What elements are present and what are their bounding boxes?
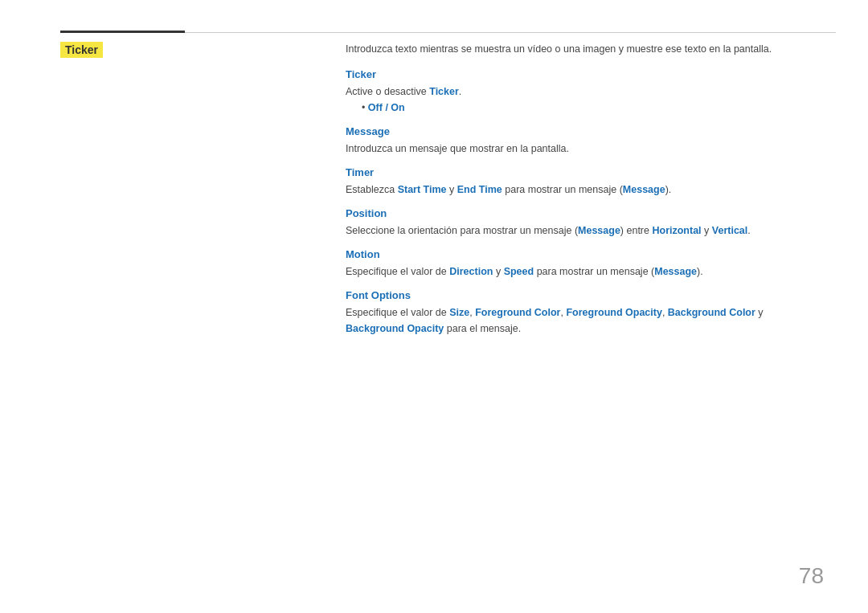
heading-message: Message <box>346 125 820 137</box>
heading-position: Position <box>346 207 820 219</box>
heading-timer: Timer <box>346 166 820 178</box>
link-message-timer: Message <box>623 184 665 195</box>
ticker-badge: Ticker <box>60 42 103 58</box>
heading-ticker: Ticker <box>346 68 820 80</box>
section-timer: Timer Establezca Start Time y End Time p… <box>346 166 820 198</box>
page-number: 78 <box>799 563 824 589</box>
link-background-color: Background Color <box>668 307 755 318</box>
top-bar-left-accent <box>60 31 185 33</box>
body-ticker: Active o desactive Ticker. • Off / On <box>346 84 820 116</box>
body-motion: Especifique el valor de Direction y Spee… <box>346 264 820 280</box>
link-end-time: End Time <box>457 184 502 195</box>
body-font-options: Especifique el valor de Size, Foreground… <box>346 304 820 337</box>
section-motion: Motion Especifique el valor de Direction… <box>346 248 820 280</box>
body-position: Seleccione la orientación para mostrar u… <box>346 223 820 239</box>
link-speed: Speed <box>504 266 534 277</box>
bullet-offon: • Off / On <box>362 100 820 116</box>
section-ticker: Ticker Active o desactive Ticker. • Off … <box>346 68 820 116</box>
top-bar <box>60 31 836 33</box>
top-bar-right-line <box>185 32 836 33</box>
link-start-time: Start Time <box>398 184 447 195</box>
content-area: Introduzca texto mientras se muestra un … <box>346 42 820 346</box>
heading-font-options: Font Options <box>346 289 820 301</box>
section-position: Position Seleccione la orientación para … <box>346 207 820 239</box>
intro-paragraph: Introduzca texto mientras se muestra un … <box>346 42 820 57</box>
link-vertical: Vertical <box>712 225 747 236</box>
link-offon: Off / On <box>368 102 405 113</box>
link-ticker: Ticker <box>429 86 459 97</box>
body-timer: Establezca Start Time y End Time para mo… <box>346 182 820 198</box>
link-message-position: Message <box>578 225 620 236</box>
link-horizontal: Horizontal <box>652 225 701 236</box>
heading-motion: Motion <box>346 248 820 260</box>
link-foreground-color: Foreground Color <box>475 307 560 318</box>
link-direction: Direction <box>449 266 493 277</box>
link-message-motion: Message <box>654 266 697 277</box>
section-font-options: Font Options Especifique el valor de Siz… <box>346 289 820 337</box>
link-size: Size <box>449 307 469 318</box>
link-background-opacity: Background Opacity <box>346 323 444 334</box>
body-message: Introduzca un mensaje que mostrar en la … <box>346 141 820 157</box>
section-message: Message Introduzca un mensaje que mostra… <box>346 125 820 157</box>
link-foreground-opacity: Foreground Opacity <box>566 307 661 318</box>
